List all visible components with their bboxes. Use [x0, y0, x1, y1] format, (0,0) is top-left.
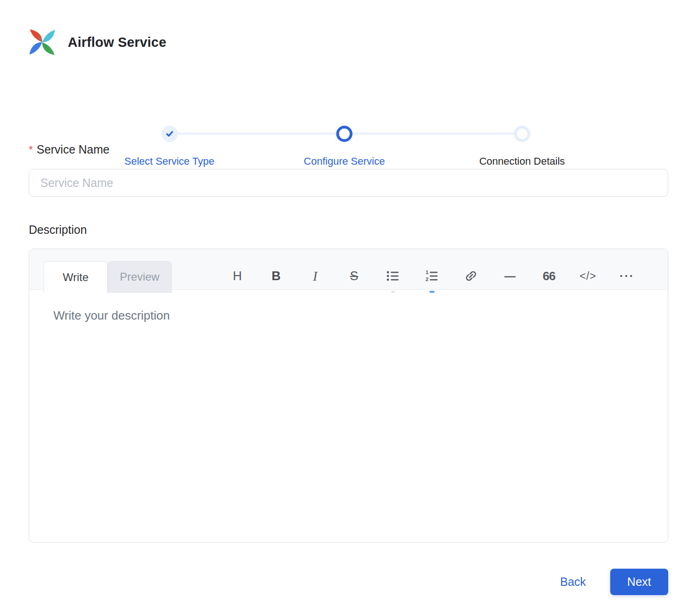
step-completed-check-icon [161, 126, 178, 142]
step-label-connection-details: Connection Details [479, 155, 565, 167]
tab-write[interactable]: Write [44, 261, 108, 293]
heading-icon[interactable]: H [230, 266, 245, 286]
step-pending-circle-icon [514, 126, 530, 142]
tab-preview[interactable]: Preview [108, 261, 172, 293]
description-label-text: Description [29, 223, 87, 236]
next-button[interactable]: Next [610, 569, 668, 595]
italic-icon[interactable]: I [308, 266, 323, 286]
step-connection-details: Connection Details [479, 126, 565, 167]
more-icon[interactable]: ··· [620, 266, 634, 286]
unordered-list-caret [391, 291, 395, 293]
svg-text:1: 1 [426, 270, 429, 275]
step-active-circle-icon [336, 126, 353, 142]
required-asterisk: * [29, 144, 33, 156]
link-icon[interactable] [464, 266, 478, 286]
step-label-configure-service: Configure Service [304, 155, 385, 167]
page-header: Airflow Service [0, 0, 697, 58]
form-footer: Back Next [29, 569, 668, 595]
service-name-input[interactable] [29, 169, 668, 197]
description-label: Description [29, 223, 668, 237]
page-title: Airflow Service [68, 35, 167, 50]
editor-header: Write Preview H B I S [29, 249, 668, 290]
configure-service-form: *Service Name Description Write Preview … [29, 143, 668, 595]
description-textarea[interactable] [29, 290, 668, 542]
bold-icon[interactable]: B [269, 266, 284, 286]
airflow-logo-icon [27, 27, 58, 58]
ordered-list-caret [430, 291, 435, 293]
editor-tabs: Write Preview [44, 261, 172, 293]
quote-icon[interactable]: 66 [542, 266, 556, 286]
step-select-service-type: Select Service Type [124, 126, 214, 167]
strikethrough-icon[interactable]: S [347, 266, 361, 286]
markdown-editor: Write Preview H B I S [29, 249, 668, 543]
step-configure-service: Configure Service [304, 126, 385, 167]
code-icon[interactable]: </> [581, 266, 595, 286]
service-name-label-text: Service Name [37, 143, 110, 156]
svg-text:2: 2 [426, 276, 428, 282]
ordered-list-icon[interactable]: 1 2 [425, 266, 439, 286]
back-button[interactable]: Back [560, 575, 586, 589]
horizontal-rule-icon[interactable]: — [503, 266, 517, 286]
stepper: Select Service Type Configure Service Co… [0, 61, 697, 117]
add-service-page: Airflow Service Select Service Type Conf… [0, 0, 697, 616]
editor-toolbar: H B I S 1 [230, 260, 634, 292]
unordered-list-icon[interactable] [386, 266, 400, 286]
step-label-select-service-type: Select Service Type [124, 155, 214, 167]
